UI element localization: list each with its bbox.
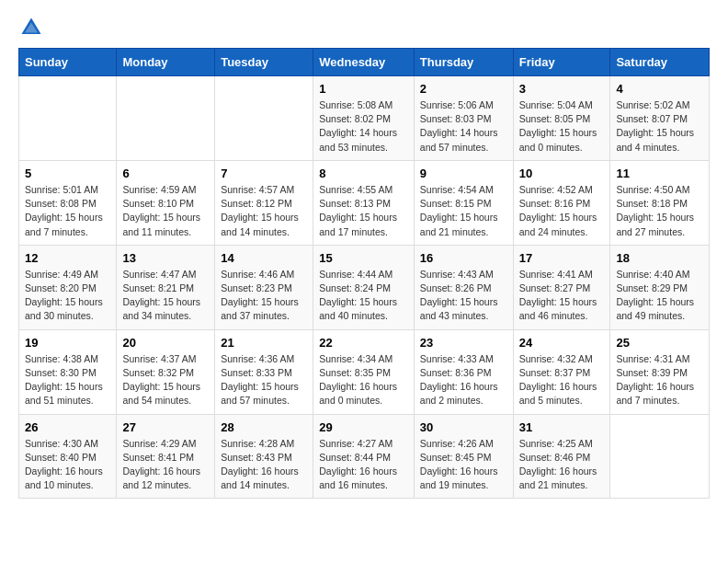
calendar-cell: 17Sunrise: 4:41 AM Sunset: 8:27 PM Dayli… bbox=[513, 245, 610, 329]
day-info: Sunrise: 4:52 AM Sunset: 8:16 PM Dayligh… bbox=[519, 183, 605, 239]
day-info: Sunrise: 4:37 AM Sunset: 8:32 PM Dayligh… bbox=[122, 352, 209, 408]
calendar-cell: 6Sunrise: 4:59 AM Sunset: 8:10 PM Daylig… bbox=[117, 160, 215, 245]
day-info: Sunrise: 4:28 AM Sunset: 8:43 PM Dayligh… bbox=[221, 437, 307, 493]
calendar-cell: 9Sunrise: 4:54 AM Sunset: 8:15 PM Daylig… bbox=[414, 160, 513, 245]
calendar-cell: 28Sunrise: 4:28 AM Sunset: 8:43 PM Dayli… bbox=[215, 414, 313, 499]
day-number: 24 bbox=[519, 336, 605, 350]
day-number: 29 bbox=[319, 420, 408, 434]
day-number: 15 bbox=[319, 251, 408, 265]
day-number: 27 bbox=[122, 420, 209, 434]
calendar-cell: 21Sunrise: 4:36 AM Sunset: 8:33 PM Dayli… bbox=[215, 329, 313, 414]
day-info: Sunrise: 4:41 AM Sunset: 8:27 PM Dayligh… bbox=[519, 268, 605, 324]
day-number: 1 bbox=[319, 82, 408, 96]
day-number: 11 bbox=[616, 167, 703, 180]
calendar-cell: 11Sunrise: 4:50 AM Sunset: 8:18 PM Dayli… bbox=[610, 160, 710, 245]
day-number: 10 bbox=[519, 167, 605, 180]
day-info: Sunrise: 4:38 AM Sunset: 8:30 PM Dayligh… bbox=[25, 352, 110, 408]
page-header bbox=[18, 15, 710, 40]
day-header-thursday: Thursday bbox=[414, 49, 513, 76]
day-info: Sunrise: 4:55 AM Sunset: 8:13 PM Dayligh… bbox=[319, 183, 408, 239]
day-info: Sunrise: 4:30 AM Sunset: 8:40 PM Dayligh… bbox=[25, 437, 110, 493]
day-number: 3 bbox=[519, 82, 605, 96]
calendar-cell: 27Sunrise: 4:29 AM Sunset: 8:41 PM Dayli… bbox=[117, 414, 215, 499]
calendar-cell bbox=[117, 76, 215, 161]
day-info: Sunrise: 4:36 AM Sunset: 8:33 PM Dayligh… bbox=[221, 352, 307, 408]
calendar-week-row: 5Sunrise: 5:01 AM Sunset: 8:08 PM Daylig… bbox=[19, 160, 710, 245]
day-info: Sunrise: 4:34 AM Sunset: 8:35 PM Dayligh… bbox=[319, 352, 408, 408]
calendar-cell bbox=[215, 76, 313, 161]
day-number: 6 bbox=[122, 167, 209, 180]
day-info: Sunrise: 4:50 AM Sunset: 8:18 PM Dayligh… bbox=[616, 183, 703, 239]
calendar-cell: 30Sunrise: 4:26 AM Sunset: 8:45 PM Dayli… bbox=[414, 414, 513, 499]
day-info: Sunrise: 4:57 AM Sunset: 8:12 PM Dayligh… bbox=[221, 183, 307, 239]
logo-icon bbox=[18, 15, 44, 40]
calendar-cell: 20Sunrise: 4:37 AM Sunset: 8:32 PM Dayli… bbox=[117, 329, 215, 414]
calendar-week-row: 19Sunrise: 4:38 AM Sunset: 8:30 PM Dayli… bbox=[19, 329, 710, 414]
day-number: 5 bbox=[25, 167, 110, 180]
calendar-cell: 5Sunrise: 5:01 AM Sunset: 8:08 PM Daylig… bbox=[19, 160, 117, 245]
day-info: Sunrise: 4:27 AM Sunset: 8:44 PM Dayligh… bbox=[319, 437, 408, 493]
calendar-cell: 3Sunrise: 5:04 AM Sunset: 8:05 PM Daylig… bbox=[513, 76, 610, 161]
calendar-cell: 14Sunrise: 4:46 AM Sunset: 8:23 PM Dayli… bbox=[215, 245, 313, 329]
calendar-cell: 22Sunrise: 4:34 AM Sunset: 8:35 PM Dayli… bbox=[313, 329, 415, 414]
day-number: 31 bbox=[519, 420, 605, 434]
calendar-table: SundayMondayTuesdayWednesdayThursdayFrid… bbox=[18, 48, 710, 499]
day-info: Sunrise: 4:33 AM Sunset: 8:36 PM Dayligh… bbox=[420, 352, 507, 408]
calendar-cell: 23Sunrise: 4:33 AM Sunset: 8:36 PM Dayli… bbox=[414, 329, 513, 414]
day-header-wednesday: Wednesday bbox=[313, 49, 415, 76]
day-number: 19 bbox=[25, 336, 110, 350]
day-number: 21 bbox=[221, 336, 307, 350]
day-header-friday: Friday bbox=[513, 49, 610, 76]
calendar-cell: 26Sunrise: 4:30 AM Sunset: 8:40 PM Dayli… bbox=[19, 414, 117, 499]
calendar-cell: 19Sunrise: 4:38 AM Sunset: 8:30 PM Dayli… bbox=[19, 329, 117, 414]
day-info: Sunrise: 4:31 AM Sunset: 8:39 PM Dayligh… bbox=[616, 352, 703, 408]
day-number: 12 bbox=[25, 251, 110, 265]
day-info: Sunrise: 4:25 AM Sunset: 8:46 PM Dayligh… bbox=[519, 437, 605, 493]
day-number: 23 bbox=[420, 336, 507, 350]
day-info: Sunrise: 4:44 AM Sunset: 8:24 PM Dayligh… bbox=[319, 268, 408, 324]
calendar-week-row: 1Sunrise: 5:08 AM Sunset: 8:02 PM Daylig… bbox=[19, 76, 710, 161]
day-number: 16 bbox=[420, 251, 507, 265]
calendar-cell: 4Sunrise: 5:02 AM Sunset: 8:07 PM Daylig… bbox=[610, 76, 710, 161]
calendar-cell: 24Sunrise: 4:32 AM Sunset: 8:37 PM Dayli… bbox=[513, 329, 610, 414]
day-number: 2 bbox=[420, 82, 507, 96]
day-info: Sunrise: 4:32 AM Sunset: 8:37 PM Dayligh… bbox=[519, 352, 605, 408]
day-number: 28 bbox=[221, 420, 307, 434]
day-number: 22 bbox=[319, 336, 408, 350]
day-number: 20 bbox=[122, 336, 209, 350]
day-number: 30 bbox=[420, 420, 507, 434]
calendar-cell: 7Sunrise: 4:57 AM Sunset: 8:12 PM Daylig… bbox=[215, 160, 313, 245]
calendar-cell: 1Sunrise: 5:08 AM Sunset: 8:02 PM Daylig… bbox=[313, 76, 415, 161]
calendar-header-row: SundayMondayTuesdayWednesdayThursdayFrid… bbox=[19, 49, 710, 76]
calendar-week-row: 26Sunrise: 4:30 AM Sunset: 8:40 PM Dayli… bbox=[19, 414, 710, 499]
calendar-cell bbox=[19, 76, 117, 161]
day-info: Sunrise: 4:40 AM Sunset: 8:29 PM Dayligh… bbox=[616, 268, 703, 324]
calendar-cell: 2Sunrise: 5:06 AM Sunset: 8:03 PM Daylig… bbox=[414, 76, 513, 161]
calendar-cell: 10Sunrise: 4:52 AM Sunset: 8:16 PM Dayli… bbox=[513, 160, 610, 245]
day-number: 17 bbox=[519, 251, 605, 265]
calendar-week-row: 12Sunrise: 4:49 AM Sunset: 8:20 PM Dayli… bbox=[19, 245, 710, 329]
calendar-cell: 25Sunrise: 4:31 AM Sunset: 8:39 PM Dayli… bbox=[610, 329, 710, 414]
day-number: 7 bbox=[221, 167, 307, 180]
day-number: 26 bbox=[25, 420, 110, 434]
day-info: Sunrise: 4:49 AM Sunset: 8:20 PM Dayligh… bbox=[25, 268, 110, 324]
day-header-tuesday: Tuesday bbox=[215, 49, 313, 76]
day-number: 13 bbox=[122, 251, 209, 265]
day-number: 18 bbox=[616, 251, 703, 265]
day-number: 8 bbox=[319, 167, 408, 180]
calendar-cell: 15Sunrise: 4:44 AM Sunset: 8:24 PM Dayli… bbox=[313, 245, 415, 329]
calendar-cell: 8Sunrise: 4:55 AM Sunset: 8:13 PM Daylig… bbox=[313, 160, 415, 245]
day-header-monday: Monday bbox=[117, 49, 215, 76]
day-info: Sunrise: 5:01 AM Sunset: 8:08 PM Dayligh… bbox=[25, 183, 110, 239]
calendar-cell: 18Sunrise: 4:40 AM Sunset: 8:29 PM Dayli… bbox=[610, 245, 710, 329]
calendar-cell: 29Sunrise: 4:27 AM Sunset: 8:44 PM Dayli… bbox=[313, 414, 415, 499]
day-header-sunday: Sunday bbox=[19, 49, 117, 76]
day-info: Sunrise: 5:04 AM Sunset: 8:05 PM Dayligh… bbox=[519, 98, 605, 155]
day-number: 9 bbox=[420, 167, 507, 180]
day-number: 14 bbox=[221, 251, 307, 265]
day-info: Sunrise: 4:54 AM Sunset: 8:15 PM Dayligh… bbox=[420, 183, 507, 239]
day-info: Sunrise: 4:43 AM Sunset: 8:26 PM Dayligh… bbox=[420, 268, 507, 324]
day-info: Sunrise: 5:08 AM Sunset: 8:02 PM Dayligh… bbox=[319, 98, 408, 155]
day-info: Sunrise: 4:59 AM Sunset: 8:10 PM Dayligh… bbox=[122, 183, 209, 239]
logo bbox=[18, 15, 48, 40]
